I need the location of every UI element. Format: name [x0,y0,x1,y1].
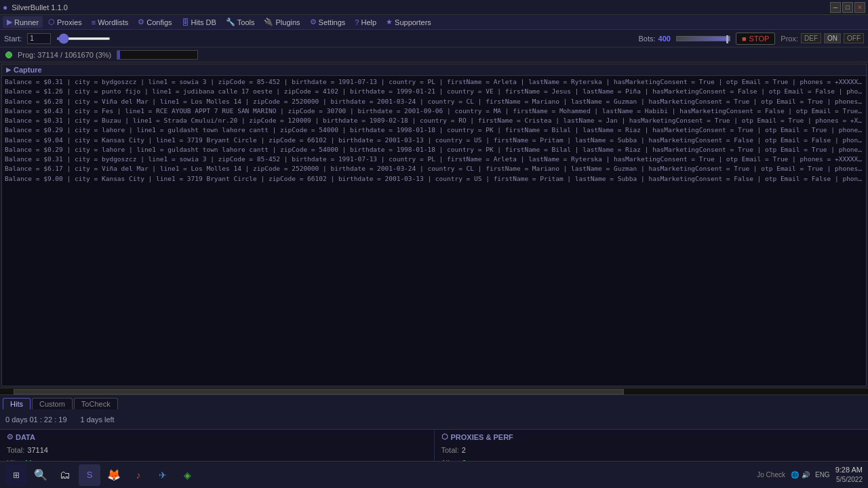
proxies-panel-title: ⬡ PROXIES & PERF [441,432,862,441]
hitsdb-icon: 🗄 [182,18,189,26]
stat-value: 37114 [27,444,48,457]
tab-tocheck[interactable]: ToCheck [74,398,118,409]
log-line: Balance = $0.29 | city = lahore | line1 … [5,145,863,155]
volume-icon: 🔊 [802,471,810,479]
stat-value: 2 [462,444,466,457]
progress-row: Prog: 37114 / 1061670 (3%) [0,47,868,62]
browser-button[interactable]: 🦊 [103,464,125,486]
log-lines: Balance = $0.31 | city = bydgoszcz | lin… [2,76,866,185]
toolbar: Start: Bots: 400 ■ STOP Prox: DEF ON OFF [0,30,868,47]
file-explorer-button[interactable]: 🗂 [54,464,76,486]
menu-runner-label: Runner [14,18,39,26]
stat-row: Total: 2 [441,444,862,457]
stat-label: Total: [7,444,24,457]
remaining-timer: 1 days left [81,415,115,424]
log-line: Balance = $0.29 | city = lahore | line1 … [5,125,863,135]
capture-triangle: ▶ [6,66,11,73]
sys-icons: 🌐 🔊 [791,471,810,479]
bots-section: Bots: 400 [638,35,670,43]
menu-wordlists[interactable]: ≡ Wordlists [87,17,132,28]
menu-settings-label: Settings [319,18,346,26]
capture-title: Capture [14,66,42,74]
speed-slider[interactable] [56,37,111,40]
minimize-button[interactable]: ─ [830,2,841,13]
taskbar: ⊞ 🔍 🗂 S 🦊 ♪ ✈ ◈ Jo Check 🌐 🔊 ENG 9:28 AM… [0,461,868,488]
telegram-button[interactable]: ✈ [152,464,174,486]
tools-icon: 🔧 [226,18,235,26]
network-icon: 🌐 [791,471,799,479]
titlebar-controls: ─ □ ✕ [830,2,865,13]
menu-tools[interactable]: 🔧 Tools [222,16,259,28]
bots-label: Bots: [638,35,655,43]
menu-supporters-label: Supporters [395,18,431,26]
menu-plugins[interactable]: 🔌 Plugins [260,16,304,28]
tabs-row: Hits Custom ToCheck [0,394,868,409]
proxy-off-button[interactable]: OFF [844,33,864,43]
titlebar-left: ● SilverBullet 1.1.0 [3,3,68,12]
timer-row: 0 days 01 : 22 : 19 1 days left [0,409,868,430]
menu-configs-label: Configs [146,18,172,26]
data-panel-title: ⊙ DATA [7,432,427,441]
proxy-def-button[interactable]: DEF [801,33,821,43]
menu-runner[interactable]: ▶ Runner [3,16,43,28]
log-line: Balance = $9.00 | city = Kansas City | l… [5,174,863,184]
capture-area[interactable]: ▶ Capture Balance = $0.31 | city = bydgo… [1,64,867,386]
titlebar-title: SilverBullet 1.1.0 [12,3,68,12]
tab-hits[interactable]: Hits [3,398,31,409]
log-line: Balance = $6.17 | city = Viña del Mar | … [5,164,863,174]
progress-indicator [5,52,12,58]
menu-supporters[interactable]: ★ Supporters [382,16,435,28]
proxies-panel-icon: ⬡ [441,432,448,441]
toolbar-right: Bots: 400 ■ STOP Prox: DEF ON OFF [638,33,864,45]
titlebar: ● SilverBullet 1.1.0 ─ □ ✕ [0,0,868,15]
help-icon: ? [355,18,359,26]
speed-area [676,36,730,41]
progress-bar-container [117,50,198,60]
stat-row: Total: 37114 [7,444,427,457]
clock-date: 5/5/2022 [835,475,863,485]
stop-label: STOP [749,35,770,43]
log-line: Balance = $0.31 | city = Buzau | line1 =… [5,116,863,125]
log-line: Balance = $0.31 | city = bydgoszcz | lin… [5,77,863,87]
search-button[interactable]: 🔍 [30,464,52,486]
log-line: Balance = $0.31 | city = bydgoszcz | lin… [5,155,863,164]
menu-hitsdb[interactable]: 🗄 Hits DB [178,17,220,28]
media-button[interactable]: ♪ [127,464,149,486]
capture-header: ▶ Capture [2,64,866,76]
menu-help[interactable]: ? Help [351,17,380,28]
tab-custom[interactable]: Custom [32,398,73,409]
data-panel-title-text: DATA [16,433,35,441]
menu-configs[interactable]: ⚙ Configs [134,16,176,28]
proxies-icon: ⬡ [48,18,55,26]
menu-plugins-label: Plugins [275,18,300,26]
taskbar-right: Jo Check 🌐 🔊 ENG 9:28 AM 5/5/2022 [757,465,863,485]
vpn-button[interactable]: ◈ [176,464,198,486]
proxy-on-button[interactable]: ON [824,33,841,43]
menu-proxies[interactable]: ⬡ Proxies [44,16,86,28]
settings-icon: ⚙ [310,18,317,26]
menu-wordlists-label: Wordlists [98,18,128,26]
elapsed-timer: 0 days 01 : 22 : 19 [5,415,67,424]
stop-button[interactable]: ■ STOP [736,33,775,45]
proxy-section: Prox: DEF ON OFF [781,33,864,43]
log-line: Balance = $0.43 | city = Fes | line1 = R… [5,106,863,116]
language-label: ENG [815,471,830,479]
maximize-button[interactable]: □ [842,2,853,13]
log-line: Balance = $6.28 | city = Viña del Mar | … [5,97,863,106]
configs-icon: ⚙ [138,18,144,26]
menu-tools-label: Tools [237,18,255,26]
scrollbar-thumb[interactable] [14,389,624,394]
horizontal-scrollbar[interactable] [0,388,868,394]
stop-icon: ■ [742,35,747,43]
data-panel-icon: ⊙ [7,432,13,441]
log-line: Balance = $1.26 | city = punto fijo | li… [5,87,863,96]
menu-settings[interactable]: ⚙ Settings [306,16,350,28]
progress-bar-fill [117,51,120,59]
start-menu-button[interactable]: ⊞ [5,464,27,486]
close-button[interactable]: ✕ [854,2,865,13]
bots-count: 400 [658,35,671,43]
runner-icon: ▶ [7,18,12,26]
app-active-button[interactable]: S [79,464,100,486]
start-input[interactable] [27,33,51,44]
stat-label: Total: [441,444,459,457]
